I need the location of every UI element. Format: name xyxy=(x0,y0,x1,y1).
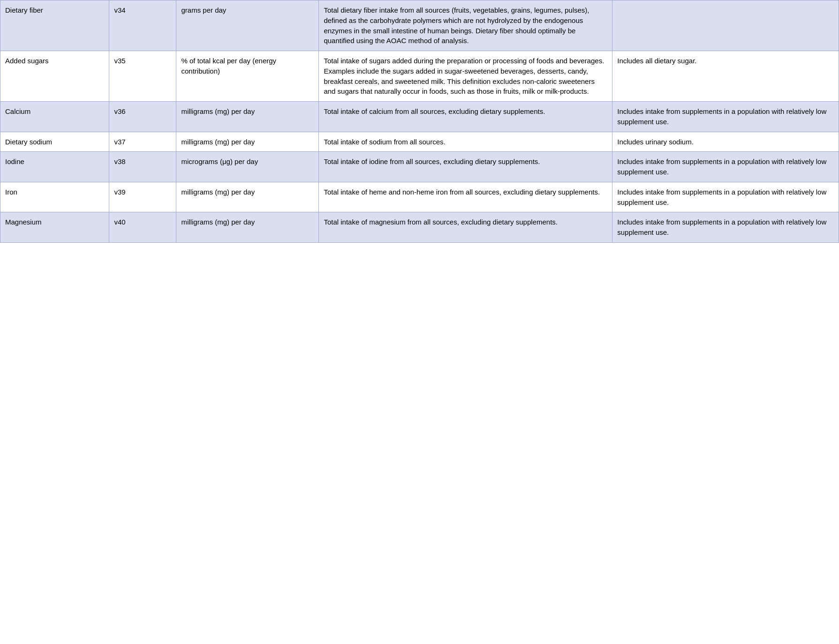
col3-cell: milligrams (mg) per day xyxy=(176,132,319,152)
table-row-dietary-fiber: Dietary fiberv34grams per dayTotal dieta… xyxy=(0,0,839,51)
col2-cell: v40 xyxy=(109,212,176,243)
col1-cell: Magnesium xyxy=(0,212,109,243)
col5-cell: Includes all dietary sugar. xyxy=(612,51,839,102)
table-row-added-sugars: Added sugarsv35% of total kcal per day (… xyxy=(0,51,839,102)
col4-cell: Total intake of magnesium from all sourc… xyxy=(319,212,612,243)
col4-cell: Total dietary fiber intake from all sour… xyxy=(319,0,612,51)
col1-cell: Added sugars xyxy=(0,51,109,102)
col5-cell: Includes intake from supplements in a po… xyxy=(612,152,839,182)
col5-cell xyxy=(612,0,839,51)
col4-cell: Total intake of sodium from all sources. xyxy=(319,132,612,152)
col1-cell: Iron xyxy=(0,182,109,212)
col1-cell: Iodine xyxy=(0,152,109,182)
col3-cell: % of total kcal per day (energy contribu… xyxy=(176,51,319,102)
col3-cell: micrograms (μg) per day xyxy=(176,152,319,182)
col4-cell: Total intake of sugars added during the … xyxy=(319,51,612,102)
col5-cell: Includes intake from supplements in a po… xyxy=(612,182,839,212)
col3-cell: milligrams (mg) per day xyxy=(176,102,319,132)
col1-cell: Calcium xyxy=(0,102,109,132)
col2-cell: v35 xyxy=(109,51,176,102)
table-row-magnesium: Magnesiumv40milligrams (mg) per dayTotal… xyxy=(0,212,839,243)
col2-cell: v39 xyxy=(109,182,176,212)
col5-cell: Includes urinary sodium. xyxy=(612,132,839,152)
table-row-dietary-sodium: Dietary sodiumv37milligrams (mg) per day… xyxy=(0,132,839,152)
col3-cell: milligrams (mg) per day xyxy=(176,182,319,212)
table-row-calcium: Calciumv36milligrams (mg) per dayTotal i… xyxy=(0,102,839,132)
col2-cell: v36 xyxy=(109,102,176,132)
col1-cell: Dietary fiber xyxy=(0,0,109,51)
table-row-iodine: Iodinev38micrograms (μg) per dayTotal in… xyxy=(0,152,839,182)
col2-cell: v34 xyxy=(109,0,176,51)
col4-cell: Total intake of heme and non-heme iron f… xyxy=(319,182,612,212)
col2-cell: v38 xyxy=(109,152,176,182)
col4-cell: Total intake of iodine from all sources,… xyxy=(319,152,612,182)
col5-cell: Includes intake from supplements in a po… xyxy=(612,212,839,243)
col2-cell: v37 xyxy=(109,132,176,152)
col5-cell: Includes intake from supplements in a po… xyxy=(612,102,839,132)
col4-cell: Total intake of calcium from all sources… xyxy=(319,102,612,132)
nutrients-table: Dietary fiberv34grams per dayTotal dieta… xyxy=(0,0,839,243)
col3-cell: milligrams (mg) per day xyxy=(176,212,319,243)
col3-cell: grams per day xyxy=(176,0,319,51)
col1-cell: Dietary sodium xyxy=(0,132,109,152)
table-row-iron: Ironv39milligrams (mg) per dayTotal inta… xyxy=(0,182,839,212)
